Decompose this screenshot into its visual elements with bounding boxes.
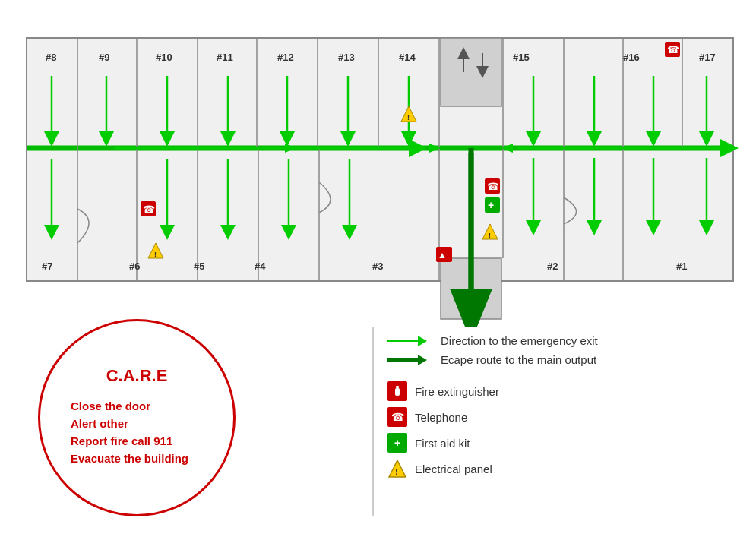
svg-text:!: ! (395, 467, 398, 476)
care-title: C.A.R.E (106, 366, 168, 386)
legend-arrow-thin (387, 336, 433, 346)
legend-item-firstaid: + First aid kit (387, 433, 737, 453)
svg-text:!: ! (407, 114, 410, 122)
legend: Direction to the emergency exit Ecape ro… (387, 334, 737, 485)
legend-text-fire-ext: Fire extinguisher (415, 385, 499, 398)
legend-text-emergency-exit: Direction to the emergency exit (441, 334, 598, 347)
svg-rect-106 (396, 386, 399, 388)
svg-rect-0 (27, 38, 733, 281)
svg-text:#5: #5 (194, 261, 204, 272)
telephone-icon: ☎ (387, 407, 407, 427)
care-text-c: lose the door (79, 400, 150, 412)
floor-plan: #8 #9 #10 #11 #12 #13 #14 #15 #16 #17 #7… (15, 15, 745, 327)
legend-item-telephone: ☎ Telephone (387, 407, 737, 427)
svg-text:#14: #14 (399, 52, 416, 63)
svg-text:▲: ▲ (438, 250, 447, 261)
svg-text:#7: #7 (42, 261, 52, 272)
care-letter-r: R (71, 434, 79, 447)
legend-text-escape-route: Ecape route to the main output (441, 353, 596, 366)
electrical-icon: ! (387, 459, 407, 479)
svg-text:#15: #15 (513, 52, 530, 63)
legend-item-emergency-exit: Direction to the emergency exit (387, 334, 737, 347)
legend-text-telephone: Telephone (415, 411, 467, 424)
svg-rect-107 (395, 388, 400, 396)
svg-text:!: ! (154, 251, 157, 258)
svg-text:#12: #12 (277, 52, 294, 63)
svg-text:#6: #6 (129, 261, 140, 272)
svg-text:☎: ☎ (143, 204, 155, 215)
care-item-a: Alert other (71, 417, 218, 430)
svg-text:☎: ☎ (667, 44, 679, 55)
svg-text:#8: #8 (46, 52, 56, 63)
care-letter-e: E (71, 452, 78, 465)
care-text-r: eport fire call 911 (79, 434, 172, 447)
svg-text:#11: #11 (217, 52, 233, 63)
svg-text:#17: #17 (699, 52, 716, 63)
svg-text:!: ! (489, 232, 491, 239)
legend-item-elec: ! Electrical panel (387, 459, 737, 479)
svg-text:#16: #16 (623, 52, 640, 63)
svg-rect-108 (394, 390, 396, 390)
svg-text:#4: #4 (255, 261, 266, 272)
svg-text:#10: #10 (156, 52, 172, 63)
legend-item-escape-route: Ecape route to the main output (387, 353, 737, 366)
care-letter-a: A (71, 417, 79, 430)
separator-line (372, 327, 374, 516)
legend-text-elec: Electrical panel (415, 463, 492, 475)
care-item-c: Close the door (71, 400, 218, 412)
care-text-e: vacuate the building (78, 452, 188, 465)
legend-item-fire-ext: Fire extinguisher (387, 381, 737, 401)
svg-rect-1 (441, 38, 501, 106)
care-circle: C.A.R.E Close the door Alert other Repor… (38, 319, 236, 516)
fire-extinguisher-icon (387, 381, 407, 401)
care-item-r: Report fire call 911 (71, 434, 218, 447)
care-letter-c: C (71, 400, 79, 412)
svg-text:+: + (488, 199, 494, 211)
care-text-a: lert other (79, 417, 128, 430)
svg-text:#13: #13 (338, 52, 355, 63)
legend-arrow-thick (387, 355, 433, 365)
legend-text-firstaid: First aid kit (415, 437, 470, 450)
svg-text:#3: #3 (372, 261, 383, 272)
svg-text:#1: #1 (676, 261, 687, 272)
firstaid-icon: + (387, 433, 407, 453)
svg-text:#2: #2 (547, 261, 558, 272)
care-item-e: Evacuate the building (71, 452, 218, 465)
svg-text:#9: #9 (99, 52, 109, 63)
svg-text:☎: ☎ (487, 181, 499, 192)
